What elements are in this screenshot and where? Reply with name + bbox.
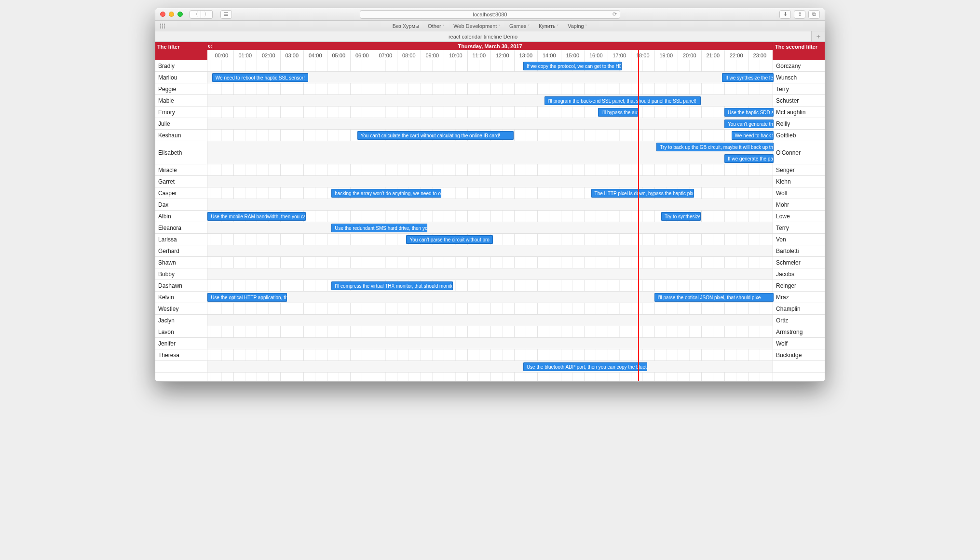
bookmarks-grip-icon[interactable] [160,24,167,28]
bookmark-item[interactable]: Other [428,23,445,29]
date-header: 0: Thursday, March 30, 2017 [207,42,773,50]
date-header-label: Thursday, March 30, 2017 [458,43,522,49]
timeline-item[interactable]: If we generate the pane [724,154,774,163]
timeline-item[interactable]: Use the bluetooth ADP port, then you can… [523,362,647,371]
group-row-left: Larissa [155,234,207,245]
timeline-item[interactable]: If we copy the protocol, we can get to t… [523,62,622,70]
timeline-item[interactable]: I'll program the back-end SSL panel, tha… [544,96,701,105]
prev-day-slice: 0: [207,42,213,50]
zoom-icon[interactable] [177,12,183,17]
back-button[interactable]: 〈 [190,10,201,19]
timeline-item[interactable]: Use the redundant SMS hard drive, then y… [331,224,427,232]
hour-header-cell: 19:00 [654,50,678,60]
hour-header-cell: 15:00 [561,50,585,60]
timeline-item[interactable]: I'll bypass the auxiliary [598,108,638,117]
bookmark-item[interactable]: Без Хурмы [393,23,419,29]
timeline-header: The filter The second filter 0: Thursday… [155,42,825,60]
new-tab-button[interactable]: ＋ [811,31,825,41]
right-group-column: GorczanyWunschTerrySchusterMcLaughlinRei… [773,60,825,381]
traffic-lights [160,12,183,17]
tabs-icon[interactable]: ⧉ [808,10,820,19]
hour-header-cell: 14:00 [537,50,561,60]
grid-row [207,222,773,234]
group-row-right: Buckridge [773,349,825,361]
timeline-item[interactable]: Use the haptic SDD arr [724,108,774,117]
group-row-left: Emory [155,107,207,118]
url-bar[interactable]: localhost:8080 ⟳ [360,10,620,19]
hour-header-cell: 22:00 [724,50,748,60]
timeline-item[interactable]: Try to back up the GB circuit, maybe it … [656,143,774,151]
forward-button[interactable]: 〉 [201,10,213,19]
hour-header-cell: 11:00 [467,50,491,60]
group-row-right: O'Conner [773,141,825,164]
right-sidebar-header: The second filter [773,42,825,60]
timeline-item[interactable]: Try to synthesize the JBOD [661,212,701,221]
group-row-right: Reilly [773,118,825,130]
grid-row [207,257,773,268]
hour-header-cell: 20:00 [678,50,701,60]
group-row-left: Shawn [155,257,207,268]
sidebar-toggle-button[interactable]: ☰ [220,10,232,19]
rows-area: BradlyMarilouPeggieMableEmoryJulieKeshau… [155,60,825,381]
timeline-item[interactable]: If we synthesize the feed [722,73,774,82]
titlebar: 〈 〉 ☰ localhost:8080 ⟳ ⬇ ⇪ ⧉ [155,8,825,21]
timeline-item[interactable]: Use the optical HTTP application, then y… [207,293,287,302]
timeline-item[interactable]: Use the mobile RAM bandwidth, then you c… [207,212,306,221]
now-indicator [638,50,639,381]
bookmark-item[interactable]: Games [509,23,530,29]
group-row-right: Schmeler [773,257,825,268]
close-icon[interactable] [160,12,165,17]
hour-header-cell: 02:00 [257,50,280,60]
grid-row [207,361,773,373]
bookmark-item[interactable]: Купить [539,23,559,29]
downloads-icon[interactable]: ⬇ [779,10,791,19]
refresh-icon[interactable]: ⟳ [612,11,617,17]
timeline-item[interactable]: We need to reboot the haptic SSL sensor! [212,73,308,82]
group-row-left: Theresa [155,349,207,361]
bookmark-item[interactable]: Web Development [453,23,501,29]
group-row-left: Peggie [155,83,207,95]
timeline-item[interactable]: The HTTP pixel is down, bypass the hapti… [591,189,694,198]
minimize-icon[interactable] [169,12,174,17]
timeline-item[interactable]: We need to hack the op [732,131,774,140]
bookmark-item[interactable]: Vaping [568,23,587,29]
grid-row [207,338,773,349]
grid-row [207,245,773,257]
group-row-right: Wunsch [773,72,825,83]
bookmarks-bar: Без Хурмы Other Web Development Games Ку… [155,21,825,31]
left-sidebar-header: The filter [155,42,207,60]
timeline-item[interactable]: You can't calculate the card without cal… [357,131,514,140]
group-row-right: Gorczany [773,60,825,72]
grid-row [207,199,773,211]
grid-row [207,303,773,315]
bookmarks-center: Без Хурмы Other Web Development Games Ку… [393,23,587,29]
share-icon[interactable]: ⇪ [794,10,805,19]
timeline-item[interactable]: hacking the array won't do anything, we … [331,189,441,198]
grid-row [207,280,773,292]
group-row-left: Keshaun [155,130,207,141]
browser-tab[interactable]: react calendar timeline Demo [155,31,811,41]
group-row-left: Jenifer [155,338,207,349]
group-row-left: Lavon [155,326,207,338]
group-row-left: Eleanora [155,222,207,234]
grid-row [207,176,773,187]
group-row-right: Kiehn [773,176,825,187]
timeline-item[interactable]: You can't generate the E [724,120,774,128]
group-row-right: Armstrong [773,326,825,338]
timeline-item[interactable]: I'll parse the optical JSON pixel, that … [654,293,774,302]
grid-row [207,164,773,176]
hour-header-cell: 23:00 [748,50,772,60]
hour-header-cell: 18:00 [631,50,654,60]
group-row-right: Ortiz [773,315,825,326]
hour-header-cell: 00:00 [210,50,233,60]
group-row-right: Mohr [773,199,825,211]
grid-row [207,118,773,130]
url-text: localhost:8080 [473,12,507,17]
timeline-item[interactable]: You can't parse the circuit without pro [406,235,492,244]
group-row-right: Mraz [773,292,825,303]
hour-header-cell: 09:00 [421,50,444,60]
timeline-grid[interactable]: If we copy the protocol, we can get to t… [207,60,773,381]
group-row-right: Reinger [773,280,825,292]
group-row-left: Kelvin [155,292,207,303]
timeline-item[interactable]: I'll compress the virtual THX monitor, t… [331,281,453,290]
